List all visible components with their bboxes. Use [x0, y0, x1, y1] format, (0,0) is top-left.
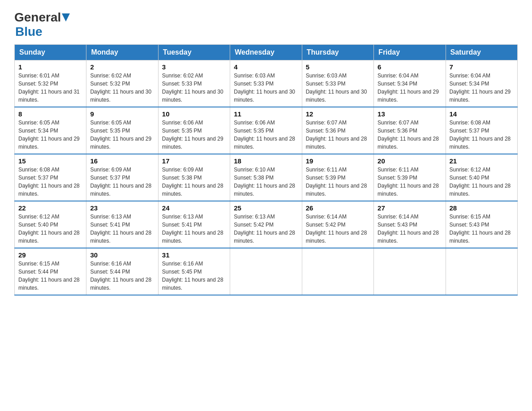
day-number: 10: [162, 110, 226, 118]
calendar-cell: [230, 248, 302, 295]
calendar-cell: 10 Sunrise: 6:06 AM Sunset: 5:35 PM Dayl…: [158, 107, 230, 154]
calendar-cell: 4 Sunrise: 6:03 AM Sunset: 5:33 PM Dayli…: [230, 60, 302, 107]
calendar-cell: 6 Sunrise: 6:04 AM Sunset: 5:34 PM Dayli…: [374, 60, 446, 107]
calendar-cell: [374, 248, 446, 295]
day-number: 6: [378, 63, 442, 71]
calendar-cell: 24 Sunrise: 6:13 AM Sunset: 5:41 PM Dayl…: [158, 201, 230, 248]
calendar-cell: 30 Sunrise: 6:16 AM Sunset: 5:44 PM Dayl…: [86, 248, 158, 295]
day-info: Sunrise: 6:09 AM Sunset: 5:37 PM Dayligh…: [90, 166, 154, 198]
day-number: 28: [450, 204, 514, 212]
calendar-cell: 12 Sunrise: 6:07 AM Sunset: 5:36 PM Dayl…: [302, 107, 373, 154]
day-number: 21: [450, 157, 514, 165]
day-info: Sunrise: 6:15 AM Sunset: 5:44 PM Dayligh…: [18, 260, 82, 292]
calendar-cell: 1 Sunrise: 6:01 AM Sunset: 5:32 PM Dayli…: [15, 60, 86, 107]
calendar-cell: 13 Sunrise: 6:07 AM Sunset: 5:36 PM Dayl…: [374, 107, 446, 154]
day-info: Sunrise: 6:08 AM Sunset: 5:37 PM Dayligh…: [18, 166, 82, 198]
day-info: Sunrise: 6:13 AM Sunset: 5:42 PM Dayligh…: [234, 213, 298, 245]
day-info: Sunrise: 6:02 AM Sunset: 5:33 PM Dayligh…: [162, 72, 226, 104]
calendar-cell: 18 Sunrise: 6:10 AM Sunset: 5:38 PM Dayl…: [230, 154, 302, 201]
day-info: Sunrise: 6:08 AM Sunset: 5:37 PM Dayligh…: [450, 119, 514, 151]
day-number: 4: [234, 63, 298, 71]
week-row-4: 22 Sunrise: 6:12 AM Sunset: 5:40 PM Dayl…: [15, 201, 518, 248]
calendar-cell: 25 Sunrise: 6:13 AM Sunset: 5:42 PM Dayl…: [230, 201, 302, 248]
day-number: 15: [18, 157, 82, 165]
header-friday: Friday: [374, 44, 446, 60]
day-number: 7: [450, 63, 514, 71]
calendar-cell: 11 Sunrise: 6:06 AM Sunset: 5:35 PM Dayl…: [230, 107, 302, 154]
day-number: 27: [378, 204, 442, 212]
calendar-cell: 29 Sunrise: 6:15 AM Sunset: 5:44 PM Dayl…: [15, 248, 86, 295]
day-info: Sunrise: 6:14 AM Sunset: 5:43 PM Dayligh…: [378, 213, 442, 245]
day-number: 29: [18, 251, 82, 259]
day-info: Sunrise: 6:04 AM Sunset: 5:34 PM Dayligh…: [378, 72, 442, 104]
day-number: 8: [18, 110, 82, 118]
day-number: 18: [234, 157, 298, 165]
day-info: Sunrise: 6:03 AM Sunset: 5:33 PM Dayligh…: [234, 72, 298, 104]
header-wednesday: Wednesday: [230, 44, 302, 60]
day-number: 3: [162, 63, 226, 71]
day-info: Sunrise: 6:12 AM Sunset: 5:40 PM Dayligh…: [18, 213, 82, 245]
day-number: 22: [18, 204, 82, 212]
calendar-cell: 31 Sunrise: 6:16 AM Sunset: 5:45 PM Dayl…: [158, 248, 230, 295]
day-info: Sunrise: 6:05 AM Sunset: 5:35 PM Dayligh…: [90, 119, 154, 151]
day-number: 25: [234, 204, 298, 212]
day-info: Sunrise: 6:15 AM Sunset: 5:43 PM Dayligh…: [450, 213, 514, 245]
day-info: Sunrise: 6:09 AM Sunset: 5:38 PM Dayligh…: [162, 166, 226, 198]
header-tuesday: Tuesday: [158, 44, 230, 60]
day-info: Sunrise: 6:01 AM Sunset: 5:32 PM Dayligh…: [18, 72, 82, 104]
svg-marker-0: [62, 13, 70, 21]
calendar-cell: 26 Sunrise: 6:14 AM Sunset: 5:42 PM Dayl…: [302, 201, 373, 248]
logo-arrow-icon: [62, 13, 70, 22]
calendar-cell: 17 Sunrise: 6:09 AM Sunset: 5:38 PM Dayl…: [158, 154, 230, 201]
calendar-cell: 20 Sunrise: 6:11 AM Sunset: 5:39 PM Dayl…: [374, 154, 446, 201]
day-number: 5: [306, 63, 370, 71]
day-info: Sunrise: 6:13 AM Sunset: 5:41 PM Dayligh…: [162, 213, 226, 245]
day-number: 24: [162, 204, 226, 212]
day-info: Sunrise: 6:13 AM Sunset: 5:41 PM Dayligh…: [90, 213, 154, 245]
day-info: Sunrise: 6:05 AM Sunset: 5:34 PM Dayligh…: [18, 119, 82, 151]
day-info: Sunrise: 6:02 AM Sunset: 5:32 PM Dayligh…: [90, 72, 154, 104]
day-number: 17: [162, 157, 226, 165]
calendar-cell: 21 Sunrise: 6:12 AM Sunset: 5:40 PM Dayl…: [446, 154, 517, 201]
calendar-cell: 19 Sunrise: 6:11 AM Sunset: 5:39 PM Dayl…: [302, 154, 373, 201]
day-info: Sunrise: 6:12 AM Sunset: 5:40 PM Dayligh…: [450, 166, 514, 198]
day-number: 16: [90, 157, 154, 165]
calendar-cell: 14 Sunrise: 6:08 AM Sunset: 5:37 PM Dayl…: [446, 107, 517, 154]
week-row-5: 29 Sunrise: 6:15 AM Sunset: 5:44 PM Dayl…: [15, 248, 518, 295]
day-info: Sunrise: 6:06 AM Sunset: 5:35 PM Dayligh…: [234, 119, 298, 151]
day-info: Sunrise: 6:10 AM Sunset: 5:38 PM Dayligh…: [234, 166, 298, 198]
calendar-cell: 9 Sunrise: 6:05 AM Sunset: 5:35 PM Dayli…: [86, 107, 158, 154]
calendar-cell: [446, 248, 517, 295]
day-number: 9: [90, 110, 154, 118]
calendar-body: 1 Sunrise: 6:01 AM Sunset: 5:32 PM Dayli…: [15, 60, 518, 295]
calendar-header: SundayMondayTuesdayWednesdayThursdayFrid…: [15, 44, 518, 60]
calendar-cell: 22 Sunrise: 6:12 AM Sunset: 5:40 PM Dayl…: [15, 201, 86, 248]
calendar-cell: [302, 248, 373, 295]
logo: General Blue: [14, 11, 70, 39]
day-number: 31: [162, 251, 226, 259]
calendar-table: SundayMondayTuesdayWednesdayThursdayFrid…: [14, 44, 518, 295]
day-info: Sunrise: 6:07 AM Sunset: 5:36 PM Dayligh…: [378, 119, 442, 151]
day-info: Sunrise: 6:14 AM Sunset: 5:42 PM Dayligh…: [306, 213, 370, 245]
day-info: Sunrise: 6:16 AM Sunset: 5:45 PM Dayligh…: [162, 260, 226, 292]
calendar-cell: 7 Sunrise: 6:04 AM Sunset: 5:34 PM Dayli…: [446, 60, 517, 107]
week-row-2: 8 Sunrise: 6:05 AM Sunset: 5:34 PM Dayli…: [15, 107, 518, 154]
logo-general: General: [14, 11, 61, 25]
calendar-cell: 23 Sunrise: 6:13 AM Sunset: 5:41 PM Dayl…: [86, 201, 158, 248]
day-info: Sunrise: 6:04 AM Sunset: 5:34 PM Dayligh…: [450, 72, 514, 104]
calendar-cell: 27 Sunrise: 6:14 AM Sunset: 5:43 PM Dayl…: [374, 201, 446, 248]
calendar-cell: 8 Sunrise: 6:05 AM Sunset: 5:34 PM Dayli…: [15, 107, 86, 154]
day-info: Sunrise: 6:16 AM Sunset: 5:44 PM Dayligh…: [90, 260, 154, 292]
day-number: 26: [306, 204, 370, 212]
day-number: 1: [18, 63, 82, 71]
week-row-1: 1 Sunrise: 6:01 AM Sunset: 5:32 PM Dayli…: [15, 60, 518, 107]
day-number: 11: [234, 110, 298, 118]
calendar-cell: 2 Sunrise: 6:02 AM Sunset: 5:32 PM Dayli…: [86, 60, 158, 107]
day-number: 14: [450, 110, 514, 118]
day-info: Sunrise: 6:03 AM Sunset: 5:33 PM Dayligh…: [306, 72, 370, 104]
calendar-cell: 28 Sunrise: 6:15 AM Sunset: 5:43 PM Dayl…: [446, 201, 517, 248]
logo-blue: Blue: [15, 25, 43, 39]
day-info: Sunrise: 6:11 AM Sunset: 5:39 PM Dayligh…: [378, 166, 442, 198]
calendar-cell: 16 Sunrise: 6:09 AM Sunset: 5:37 PM Dayl…: [86, 154, 158, 201]
day-number: 19: [306, 157, 370, 165]
